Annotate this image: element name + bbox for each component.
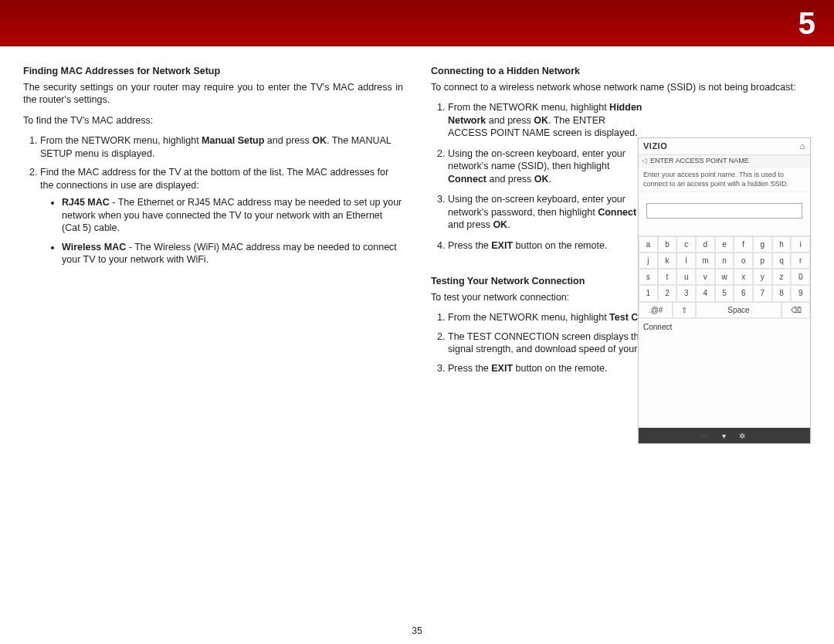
osk-connect-row[interactable]: Connect	[639, 318, 810, 335]
osk-footer: ▭ ▾ ✲	[639, 335, 810, 443]
osk-space-key[interactable]: Space	[696, 302, 781, 318]
osk-key[interactable]: a	[639, 236, 658, 253]
osk-key[interactable]: z	[772, 269, 792, 285]
home-icon: ⌂	[800, 141, 805, 152]
osk-key[interactable]: q	[772, 253, 792, 269]
list-item: Wireless MAC - The Wireless (WiFi) MAC a…	[62, 241, 403, 266]
osk-key[interactable]: y	[753, 269, 772, 285]
right-column: Connecting to a Hidden Network To connec…	[431, 65, 811, 382]
osk-symbols-key[interactable]: .@#	[639, 302, 673, 318]
osk-key[interactable]: w	[715, 269, 734, 285]
osk-key[interactable]: f	[734, 236, 753, 253]
osk-delete-key[interactable]: ⌫	[781, 302, 810, 318]
paragraph: To connect to a wireless network whose n…	[431, 81, 811, 94]
section-title: Finding MAC Addresses for Network Setup	[23, 65, 403, 78]
osk-help-text: Enter your access point name. This is us…	[639, 168, 810, 192]
osk-key[interactable]: b	[658, 236, 677, 253]
osk-key[interactable]: n	[715, 253, 734, 269]
list-item: Press the EXIT button on the remote.	[448, 239, 644, 253]
brand-logo-text: VIZIO	[643, 141, 667, 152]
list-item: Using the on-screen keyboard, enter your…	[448, 147, 644, 186]
v-icon: ▾	[722, 432, 729, 440]
page-number: 35	[0, 625, 834, 636]
page-content: Finding MAC Addresses for Network Setup …	[0, 46, 834, 382]
osk-key[interactable]: o	[734, 253, 753, 269]
osk-key[interactable]: 7	[753, 285, 772, 301]
osk-key[interactable]: x	[734, 269, 753, 285]
gear-icon: ✲	[739, 432, 748, 440]
osk-key[interactable]: 9	[791, 285, 810, 301]
left-column: Finding MAC Addresses for Network Setup …	[23, 65, 403, 382]
osk-shift-key[interactable]: ⇧	[673, 302, 696, 318]
list-item: Find the MAC address for the TV at the b…	[40, 166, 403, 266]
osk-subheading: ENTER ACCESS POINT NAME	[650, 157, 749, 166]
osk-header: VIZIO ⌂	[639, 138, 810, 155]
osk-input-area	[639, 192, 810, 236]
bullet-list: RJ45 MAC - The Ethernet or RJ45 MAC addr…	[51, 196, 403, 266]
page-banner: 5	[0, 0, 834, 46]
back-arrow-icon: ◁	[642, 157, 647, 166]
osk-key[interactable]: u	[676, 269, 696, 285]
osk-key[interactable]: s	[639, 269, 658, 285]
osk-text-input[interactable]	[646, 203, 802, 219]
osk-bottom-row: .@# ⇧ Space ⌫	[639, 302, 810, 318]
osk-key[interactable]: 5	[715, 285, 734, 301]
osk-key[interactable]: r	[791, 253, 810, 269]
chapter-number: 5	[798, 6, 815, 40]
osk-key[interactable]: 4	[696, 285, 715, 301]
wide-icon: ▭	[700, 430, 711, 442]
osk-key[interactable]: p	[753, 253, 772, 269]
osk-key[interactable]: 3	[676, 285, 696, 301]
osk-key[interactable]: j	[639, 253, 658, 269]
osk-key-grid: abcdefghijklmnopqrstuvwxyz0123456789	[639, 236, 810, 302]
osk-key[interactable]: v	[696, 269, 715, 285]
paragraph: The security settings on your router may…	[23, 81, 403, 107]
osk-key[interactable]: m	[696, 253, 715, 269]
osk-key[interactable]: 1	[639, 285, 658, 301]
osk-key[interactable]: t	[658, 269, 677, 285]
osk-key[interactable]: k	[658, 253, 677, 269]
osk-key[interactable]: g	[753, 236, 772, 253]
osk-key[interactable]: 8	[772, 285, 792, 301]
osk-key[interactable]: h	[772, 236, 792, 253]
section-title: Connecting to a Hidden Network	[431, 65, 811, 78]
osk-key[interactable]: i	[791, 236, 810, 253]
osk-key[interactable]: 6	[734, 285, 753, 301]
list-item: RJ45 MAC - The Ethernet or RJ45 MAC addr…	[62, 196, 403, 235]
list-item: Using the on-screen keyboard, enter your…	[448, 193, 644, 232]
list-item: From the NETWORK menu, highlight Hidden …	[448, 101, 644, 140]
osk-key[interactable]: d	[696, 236, 715, 253]
ordered-list: From the NETWORK menu, highlight Manual …	[23, 134, 403, 266]
osk-footer-icons: ▭ ▾ ✲	[639, 428, 810, 444]
osk-key[interactable]: 2	[658, 285, 677, 301]
list-item: From the NETWORK menu, highlight Manual …	[40, 134, 403, 160]
osk-key[interactable]: c	[676, 236, 696, 253]
onscreen-keyboard-figure: VIZIO ⌂ ◁ ENTER ACCESS POINT NAME Enter …	[638, 137, 811, 444]
paragraph: To find the TV's MAC address:	[23, 114, 403, 127]
osk-key[interactable]: e	[715, 236, 734, 253]
osk-breadcrumb: ◁ ENTER ACCESS POINT NAME	[639, 155, 810, 168]
osk-key[interactable]: l	[676, 253, 696, 269]
osk-key[interactable]: 0	[791, 269, 810, 285]
